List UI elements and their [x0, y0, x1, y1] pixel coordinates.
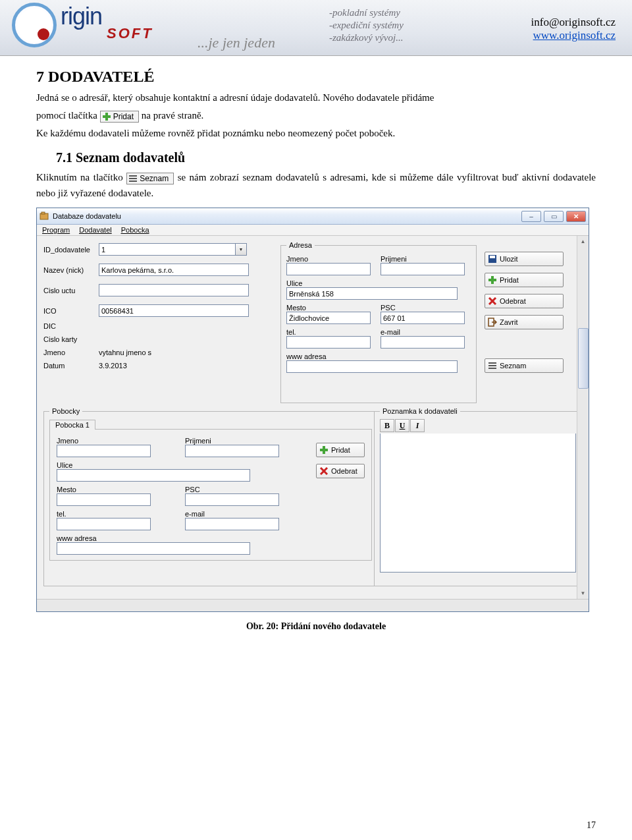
plus-icon: [102, 112, 111, 121]
app-icon: [40, 211, 49, 221]
adresa-email-label: e-mail: [381, 328, 471, 336]
svg-rect-15: [488, 365, 496, 366]
svg-rect-6: [41, 212, 45, 214]
tag-line: -zakázkový vývoj...: [329, 32, 404, 44]
poznamka-textarea[interactable]: [380, 434, 576, 573]
poznamka-group: Poznamka k dodavateli B U I: [374, 407, 581, 586]
underline-button[interactable]: U: [395, 419, 409, 432]
pobocka-ulice-input[interactable]: [57, 469, 250, 482]
pobocka-tab[interactable]: Pobocka 1: [49, 420, 95, 430]
pobocka-tel-input[interactable]: [57, 518, 151, 530]
paragraph: pomocí tlačítka Pridat na pravé straně.: [36, 107, 596, 123]
ico-input[interactable]: [99, 304, 249, 317]
button-label: Seznam: [140, 174, 169, 183]
paragraph-text: pomocí tlačítka: [36, 110, 100, 121]
pobocka-prijmeni-input[interactable]: [185, 445, 279, 457]
close-button[interactable]: ✕: [566, 211, 586, 222]
adresa-prijmeni-input[interactable]: [381, 263, 465, 275]
zavrit-button[interactable]: Zavrit: [485, 315, 564, 329]
adresa-tel-input[interactable]: [286, 336, 371, 349]
logo: rigin SOFT: [12, 3, 107, 47]
scroll-thumb[interactable]: [578, 328, 589, 389]
exit-icon: [488, 318, 497, 327]
adresa-www-input[interactable]: [286, 360, 458, 373]
cislo-karty-label: Cislo karty: [43, 335, 95, 343]
left-column: ID_dodavatele 1 ▼ Nazev (nick) Cislo uct…: [43, 241, 274, 372]
pobocka-pridat-button[interactable]: Pridat: [316, 443, 365, 457]
pobocka-psc-input[interactable]: [185, 493, 279, 506]
button-label: Pridat: [500, 276, 519, 284]
scroll-up-icon[interactable]: ▲: [577, 236, 589, 247]
poznamka-legend: Poznamka k dodavateli: [380, 407, 460, 415]
adresa-www-label: www adresa: [286, 352, 471, 360]
pobocka-www-label: www adresa: [57, 534, 309, 542]
pobocka-mesto-input[interactable]: [57, 493, 151, 506]
bold-button[interactable]: B: [380, 419, 394, 432]
datum-label: Datum: [43, 362, 95, 370]
adresa-mesto-input[interactable]: [286, 312, 371, 324]
adresa-ulice-label: Ulice: [286, 279, 471, 287]
svg-rect-4: [129, 181, 137, 182]
menu-program[interactable]: Program: [42, 226, 70, 234]
minimize-button[interactable]: –: [521, 211, 541, 222]
ulozit-button[interactable]: Ulozit: [485, 252, 564, 266]
adresa-email-input[interactable]: [381, 336, 465, 349]
seznam-button-inline[interactable]: Seznam: [126, 173, 174, 184]
plus-icon: [488, 275, 497, 285]
pobocka-email-input[interactable]: [185, 518, 279, 530]
pobocka-psc-label: PSC: [185, 486, 309, 493]
cislo-uctu-input[interactable]: [99, 284, 249, 296]
svg-rect-2: [129, 175, 137, 177]
pobocky-legend: Pobocky: [49, 407, 82, 415]
slogan: ...je jen jeden: [198, 34, 275, 51]
datum-value: 3.9.2013: [99, 362, 127, 370]
chevron-down-icon[interactable]: ▼: [235, 244, 246, 255]
contact-email: info@originsoft.cz: [531, 16, 616, 29]
paragraph-text: na pravé straně.: [142, 110, 204, 121]
cislo-uctu-label: Cislo uctu: [43, 287, 95, 294]
jmeno-label: Jmeno: [43, 349, 95, 356]
x-icon: [319, 466, 329, 476]
scroll-down-icon[interactable]: ▼: [577, 588, 589, 599]
scrollbar[interactable]: ▲ ▼: [577, 236, 589, 599]
pobocka-jmeno-input[interactable]: [57, 445, 151, 457]
pobocky-body: Jmeno Prijmeni Ulice: [49, 429, 372, 561]
menu-dodavatel[interactable]: Dodavatel: [79, 226, 112, 234]
jmeno-value: vytahnu jmeno s: [99, 349, 151, 356]
paragraph: Jedná se o adresář, který obsahuje konta…: [36, 90, 596, 105]
pridat-button[interactable]: Pridat: [485, 273, 564, 287]
list-icon: [128, 174, 138, 183]
pobocka-tel-label: tel.: [57, 510, 181, 518]
pobocka-odebrat-button[interactable]: Odebrat: [316, 464, 365, 478]
statusbar: [37, 599, 589, 611]
right-buttons: Ulozit Pridat Odebrat Zavrit Seznam: [485, 252, 564, 373]
adresa-psc-label: PSC: [381, 304, 471, 312]
paragraph: Ke každému dodavateli můžeme rovněž přid…: [36, 125, 596, 141]
odebrat-button[interactable]: Odebrat: [485, 294, 564, 308]
adresa-jmeno-input[interactable]: [286, 263, 371, 275]
logo-text: rigin SOFT: [61, 3, 107, 47]
header-contact: info@originsoft.cz www.originsoft.cz: [531, 16, 616, 42]
pridat-button-inline[interactable]: Pridat: [100, 111, 139, 123]
nazev-input[interactable]: [99, 264, 249, 276]
pobocka-www-input[interactable]: [57, 542, 250, 555]
svg-rect-3: [129, 178, 137, 179]
x-icon: [488, 296, 497, 306]
adresa-legend: Adresa: [286, 241, 315, 249]
maximize-button[interactable]: ▭: [544, 211, 564, 222]
button-label: Odebrat: [331, 467, 357, 475]
id-dodavatele-combo[interactable]: 1 ▼: [99, 243, 247, 256]
adresa-ulice-input[interactable]: [286, 287, 458, 300]
logo-icon: [12, 3, 57, 47]
logo-main: rigin: [61, 3, 102, 30]
contact-web-link[interactable]: www.originsoft.cz: [533, 29, 616, 42]
seznam-button[interactable]: Seznam: [485, 358, 564, 373]
button-label: Seznam: [500, 362, 526, 370]
adresa-psc-input[interactable]: [381, 312, 465, 324]
italic-button[interactable]: I: [410, 419, 425, 432]
page-body: 7 DODAVATELÉ Jedná se o adresář, který o…: [0, 56, 632, 638]
menu-pobocka[interactable]: Pobocka: [121, 226, 149, 234]
rtf-toolbar: B U I: [380, 419, 575, 432]
list-icon: [488, 361, 497, 370]
svg-rect-16: [488, 368, 496, 369]
